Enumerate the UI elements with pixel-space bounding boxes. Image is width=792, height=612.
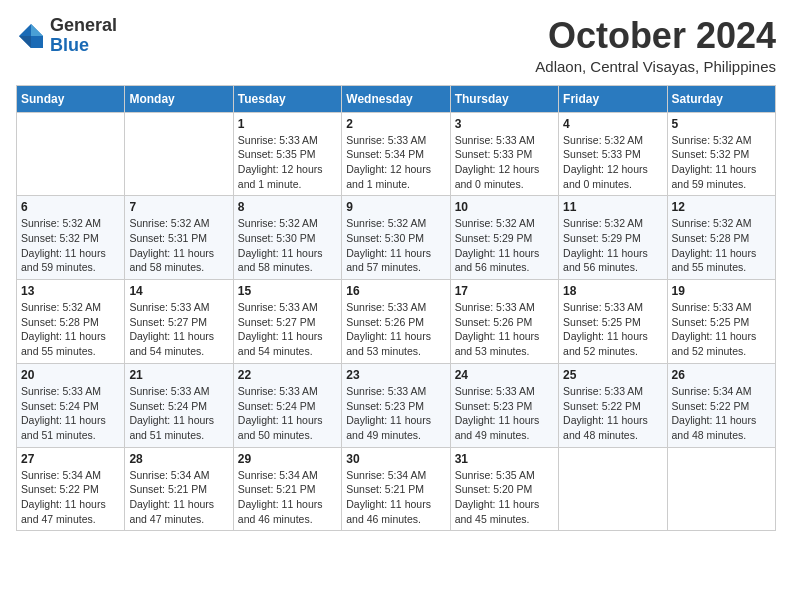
calendar-day-28: 28Sunrise: 5:34 AMSunset: 5:21 PMDayligh… <box>125 447 233 531</box>
calendar-day-12: 12Sunrise: 5:32 AMSunset: 5:28 PMDayligh… <box>667 196 775 280</box>
day-info: Sunrise: 5:33 AMSunset: 5:26 PMDaylight:… <box>346 300 445 359</box>
weekday-header-row: SundayMondayTuesdayWednesdayThursdayFrid… <box>17 85 776 112</box>
day-info: Sunrise: 5:33 AMSunset: 5:24 PMDaylight:… <box>129 384 228 443</box>
day-info: Sunrise: 5:33 AMSunset: 5:26 PMDaylight:… <box>455 300 554 359</box>
title-block: October 2024 Adlaon, Central Visayas, Ph… <box>535 16 776 75</box>
day-number: 1 <box>238 117 337 131</box>
calendar-day-22: 22Sunrise: 5:33 AMSunset: 5:24 PMDayligh… <box>233 363 341 447</box>
calendar-day-10: 10Sunrise: 5:32 AMSunset: 5:29 PMDayligh… <box>450 196 558 280</box>
calendar-day-15: 15Sunrise: 5:33 AMSunset: 5:27 PMDayligh… <box>233 280 341 364</box>
day-info: Sunrise: 5:33 AMSunset: 5:27 PMDaylight:… <box>129 300 228 359</box>
day-info: Sunrise: 5:33 AMSunset: 5:34 PMDaylight:… <box>346 133 445 192</box>
day-number: 26 <box>672 368 771 382</box>
day-info: Sunrise: 5:32 AMSunset: 5:29 PMDaylight:… <box>455 216 554 275</box>
calendar-day-26: 26Sunrise: 5:34 AMSunset: 5:22 PMDayligh… <box>667 363 775 447</box>
day-number: 24 <box>455 368 554 382</box>
calendar-day-3: 3Sunrise: 5:33 AMSunset: 5:33 PMDaylight… <box>450 112 558 196</box>
logo-icon <box>16 21 46 51</box>
calendar-day-9: 9Sunrise: 5:32 AMSunset: 5:30 PMDaylight… <box>342 196 450 280</box>
calendar-empty-cell <box>559 447 667 531</box>
day-number: 23 <box>346 368 445 382</box>
svg-marker-2 <box>19 36 31 48</box>
day-info: Sunrise: 5:33 AMSunset: 5:23 PMDaylight:… <box>455 384 554 443</box>
weekday-header-tuesday: Tuesday <box>233 85 341 112</box>
day-info: Sunrise: 5:33 AMSunset: 5:23 PMDaylight:… <box>346 384 445 443</box>
logo-text: General Blue <box>50 16 117 56</box>
calendar-day-25: 25Sunrise: 5:33 AMSunset: 5:22 PMDayligh… <box>559 363 667 447</box>
day-info: Sunrise: 5:35 AMSunset: 5:20 PMDaylight:… <box>455 468 554 527</box>
day-number: 21 <box>129 368 228 382</box>
day-number: 16 <box>346 284 445 298</box>
day-info: Sunrise: 5:32 AMSunset: 5:29 PMDaylight:… <box>563 216 662 275</box>
day-info: Sunrise: 5:33 AMSunset: 5:24 PMDaylight:… <box>21 384 120 443</box>
day-info: Sunrise: 5:33 AMSunset: 5:33 PMDaylight:… <box>455 133 554 192</box>
calendar-week-row: 20Sunrise: 5:33 AMSunset: 5:24 PMDayligh… <box>17 363 776 447</box>
calendar-week-row: 27Sunrise: 5:34 AMSunset: 5:22 PMDayligh… <box>17 447 776 531</box>
calendar-day-1: 1Sunrise: 5:33 AMSunset: 5:35 PMDaylight… <box>233 112 341 196</box>
day-info: Sunrise: 5:32 AMSunset: 5:30 PMDaylight:… <box>346 216 445 275</box>
day-number: 30 <box>346 452 445 466</box>
day-number: 6 <box>21 200 120 214</box>
weekday-header-sunday: Sunday <box>17 85 125 112</box>
day-info: Sunrise: 5:33 AMSunset: 5:25 PMDaylight:… <box>672 300 771 359</box>
day-number: 15 <box>238 284 337 298</box>
day-number: 19 <box>672 284 771 298</box>
day-number: 20 <box>21 368 120 382</box>
day-info: Sunrise: 5:32 AMSunset: 5:30 PMDaylight:… <box>238 216 337 275</box>
calendar-week-row: 1Sunrise: 5:33 AMSunset: 5:35 PMDaylight… <box>17 112 776 196</box>
day-info: Sunrise: 5:33 AMSunset: 5:35 PMDaylight:… <box>238 133 337 192</box>
day-number: 3 <box>455 117 554 131</box>
calendar-day-20: 20Sunrise: 5:33 AMSunset: 5:24 PMDayligh… <box>17 363 125 447</box>
calendar-week-row: 6Sunrise: 5:32 AMSunset: 5:32 PMDaylight… <box>17 196 776 280</box>
day-info: Sunrise: 5:32 AMSunset: 5:28 PMDaylight:… <box>672 216 771 275</box>
calendar-table: SundayMondayTuesdayWednesdayThursdayFrid… <box>16 85 776 532</box>
day-number: 4 <box>563 117 662 131</box>
day-number: 10 <box>455 200 554 214</box>
day-info: Sunrise: 5:32 AMSunset: 5:33 PMDaylight:… <box>563 133 662 192</box>
day-number: 27 <box>21 452 120 466</box>
day-info: Sunrise: 5:32 AMSunset: 5:32 PMDaylight:… <box>21 216 120 275</box>
day-number: 28 <box>129 452 228 466</box>
day-info: Sunrise: 5:33 AMSunset: 5:24 PMDaylight:… <box>238 384 337 443</box>
calendar-day-24: 24Sunrise: 5:33 AMSunset: 5:23 PMDayligh… <box>450 363 558 447</box>
month-title: October 2024 <box>535 16 776 56</box>
day-number: 2 <box>346 117 445 131</box>
day-number: 11 <box>563 200 662 214</box>
calendar-day-13: 13Sunrise: 5:32 AMSunset: 5:28 PMDayligh… <box>17 280 125 364</box>
location-title: Adlaon, Central Visayas, Philippines <box>535 58 776 75</box>
day-number: 22 <box>238 368 337 382</box>
calendar-day-30: 30Sunrise: 5:34 AMSunset: 5:21 PMDayligh… <box>342 447 450 531</box>
day-info: Sunrise: 5:33 AMSunset: 5:22 PMDaylight:… <box>563 384 662 443</box>
calendar-day-19: 19Sunrise: 5:33 AMSunset: 5:25 PMDayligh… <box>667 280 775 364</box>
day-number: 7 <box>129 200 228 214</box>
day-number: 12 <box>672 200 771 214</box>
day-number: 18 <box>563 284 662 298</box>
day-number: 25 <box>563 368 662 382</box>
calendar-day-11: 11Sunrise: 5:32 AMSunset: 5:29 PMDayligh… <box>559 196 667 280</box>
day-number: 8 <box>238 200 337 214</box>
logo: General Blue <box>16 16 117 56</box>
calendar-day-14: 14Sunrise: 5:33 AMSunset: 5:27 PMDayligh… <box>125 280 233 364</box>
calendar-week-row: 13Sunrise: 5:32 AMSunset: 5:28 PMDayligh… <box>17 280 776 364</box>
calendar-day-2: 2Sunrise: 5:33 AMSunset: 5:34 PMDaylight… <box>342 112 450 196</box>
calendar-day-4: 4Sunrise: 5:32 AMSunset: 5:33 PMDaylight… <box>559 112 667 196</box>
calendar-day-16: 16Sunrise: 5:33 AMSunset: 5:26 PMDayligh… <box>342 280 450 364</box>
day-info: Sunrise: 5:32 AMSunset: 5:31 PMDaylight:… <box>129 216 228 275</box>
calendar-empty-cell <box>125 112 233 196</box>
weekday-header-wednesday: Wednesday <box>342 85 450 112</box>
day-number: 14 <box>129 284 228 298</box>
calendar-day-8: 8Sunrise: 5:32 AMSunset: 5:30 PMDaylight… <box>233 196 341 280</box>
day-info: Sunrise: 5:32 AMSunset: 5:28 PMDaylight:… <box>21 300 120 359</box>
calendar-day-17: 17Sunrise: 5:33 AMSunset: 5:26 PMDayligh… <box>450 280 558 364</box>
day-number: 17 <box>455 284 554 298</box>
calendar-day-21: 21Sunrise: 5:33 AMSunset: 5:24 PMDayligh… <box>125 363 233 447</box>
page-header: General Blue October 2024 Adlaon, Centra… <box>16 16 776 75</box>
logo-blue: Blue <box>50 36 117 56</box>
day-info: Sunrise: 5:33 AMSunset: 5:25 PMDaylight:… <box>563 300 662 359</box>
weekday-header-monday: Monday <box>125 85 233 112</box>
calendar-day-18: 18Sunrise: 5:33 AMSunset: 5:25 PMDayligh… <box>559 280 667 364</box>
day-info: Sunrise: 5:34 AMSunset: 5:22 PMDaylight:… <box>672 384 771 443</box>
day-info: Sunrise: 5:34 AMSunset: 5:21 PMDaylight:… <box>238 468 337 527</box>
day-info: Sunrise: 5:33 AMSunset: 5:27 PMDaylight:… <box>238 300 337 359</box>
day-number: 31 <box>455 452 554 466</box>
